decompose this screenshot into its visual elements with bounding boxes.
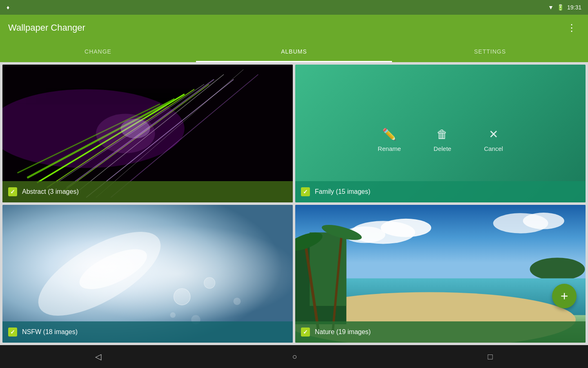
cancel-label: Cancel [484, 145, 503, 152]
svg-point-21 [170, 312, 176, 318]
overflow-menu-button[interactable]: ⋮ [564, 19, 580, 37]
tab-settings[interactable]: SETTINGS [392, 41, 588, 62]
home-button[interactable]: ○ [276, 348, 313, 366]
album-card-abstract[interactable]: ✓ Abstract (3 images) [2, 65, 293, 202]
back-icon: ◁ [95, 352, 101, 361]
app-bar: Wallpaper Changer ⋮ [0, 15, 588, 41]
album-name-abstract: Abstract (3 images) [22, 188, 79, 195]
time-display: 19:31 [567, 4, 581, 11]
album-card-nature[interactable]: ✓ Nature (19 images) [295, 205, 586, 343]
android-icon: ♦ [7, 4, 9, 11]
rename-icon: ✏️ [382, 128, 396, 141]
recents-icon: □ [488, 352, 492, 361]
album-card-family[interactable]: ✏️ Rename 🗑 Delete ✕ Cancel ✓ Family (15… [295, 65, 586, 202]
app-title: Wallpaper Changer [8, 22, 85, 33]
rename-label: Rename [378, 145, 401, 152]
album-checkbox-abstract[interactable]: ✓ [8, 187, 17, 196]
svg-point-14 [120, 119, 150, 138]
tab-albums[interactable]: ALBUMS [196, 41, 392, 62]
family-actions-bar: ✏️ Rename 🗑 Delete ✕ Cancel [378, 128, 503, 152]
back-button[interactable]: ◁ [79, 348, 118, 366]
album-name-nature: Nature (19 images) [315, 328, 371, 336]
svg-point-16 [26, 215, 173, 332]
delete-action[interactable]: 🗑 Delete [434, 128, 451, 152]
status-bar-right: ▼ 🔋 19:31 [548, 4, 581, 11]
status-bar-left: ♦ [7, 4, 9, 11]
svg-point-18 [174, 288, 190, 305]
svg-point-19 [204, 277, 215, 288]
cancel-action[interactable]: ✕ Cancel [484, 128, 503, 152]
add-album-fab[interactable]: + [552, 284, 577, 308]
svg-point-28 [523, 213, 564, 229]
svg-point-20 [234, 298, 241, 305]
album-checkbox-nature[interactable]: ✓ [301, 328, 310, 337]
home-icon: ○ [292, 352, 297, 361]
album-label-nsfw: ✓ NSFW (18 images) [2, 321, 293, 343]
album-checkbox-nsfw[interactable]: ✓ [8, 328, 17, 337]
svg-point-29 [530, 258, 585, 280]
album-name-nsfw: NSFW (18 images) [22, 328, 78, 336]
album-label-abstract: ✓ Abstract (3 images) [2, 181, 293, 202]
wifi-icon: ▼ [548, 4, 554, 11]
albums-grid: ✓ Abstract (3 images) ✏️ Rename 🗑 Delete… [0, 62, 588, 345]
album-checkbox-family[interactable]: ✓ [301, 187, 310, 196]
delete-icon: 🗑 [437, 128, 448, 141]
delete-label: Delete [434, 145, 451, 152]
status-bar: ♦ ▼ 🔋 19:31 [0, 0, 588, 15]
svg-point-17 [74, 241, 152, 297]
album-name-family: Family (15 images) [315, 188, 370, 195]
tab-change[interactable]: CHANGE [0, 41, 196, 62]
svg-point-25 [381, 219, 431, 237]
album-label-family: ✓ Family (15 images) [295, 181, 586, 202]
cancel-icon: ✕ [489, 128, 498, 141]
navigation-bar: ◁ ○ □ [0, 345, 588, 368]
battery-icon: 🔋 [557, 4, 564, 11]
album-card-nsfw[interactable]: ✓ NSFW (18 images) [2, 205, 293, 343]
tab-bar: CHANGE ALBUMS SETTINGS [0, 41, 588, 62]
album-label-nature: ✓ Nature (19 images) [295, 321, 586, 343]
recents-button[interactable]: □ [471, 348, 509, 366]
fab-icon: + [561, 289, 568, 304]
rename-action[interactable]: ✏️ Rename [378, 128, 401, 152]
